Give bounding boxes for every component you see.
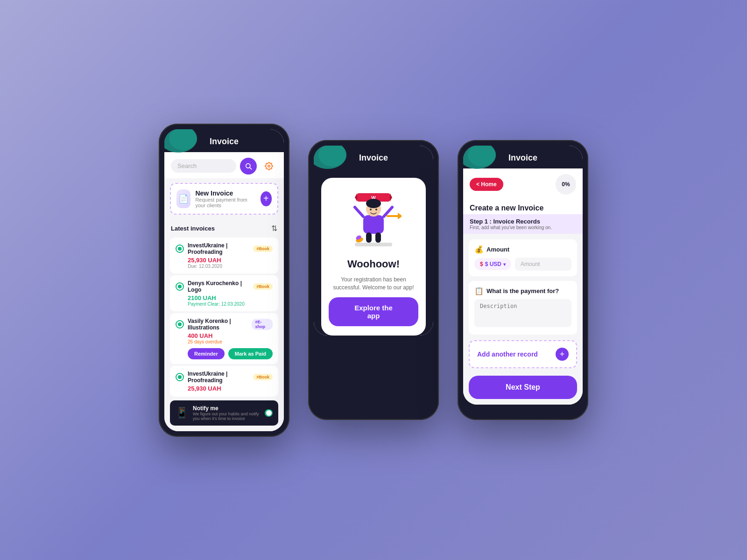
invoice-amount: 400 UAH — [188, 332, 273, 339]
add-record-label: Add another record — [477, 350, 538, 358]
phone-3: Invoice < Home 0% Create a new Invoice S… — [458, 140, 588, 420]
check-circle — [176, 320, 184, 329]
notify-icon: 📱 — [176, 407, 188, 419]
settings-button[interactable] — [261, 158, 277, 175]
currency-select[interactable]: $ $ USD ▾ — [474, 258, 511, 270]
phone3-header: Invoice — [463, 146, 583, 168]
new-invoice-subtitle: Request payment from your clients — [195, 197, 255, 208]
payment-section: 📋 What is the payment for? — [469, 281, 577, 335]
description-input[interactable] — [474, 299, 571, 327]
new-invoice-plus-button[interactable]: + — [261, 191, 272, 206]
invoice-item: Denys Kurochenko | Logo #Book 2100 UAH P… — [170, 275, 278, 311]
search-button[interactable] — [240, 158, 257, 175]
add-plus-icon: + — [556, 348, 569, 361]
svg-point-13 — [375, 209, 377, 210]
invoice-name: InvestUkraine | Proofreading — [188, 242, 253, 255]
invoice-due: Payment Clear: 12.03.2020 — [188, 301, 273, 307]
search-placeholder: Search — [177, 162, 197, 169]
success-card: W — [321, 178, 426, 336]
phone3-title: Invoice — [508, 153, 537, 162]
notify-subtitle: We figure out your habits and notify you… — [193, 412, 260, 421]
svg-marker-4 — [355, 193, 357, 202]
invoice-due: 26 days overdue — [188, 339, 273, 344]
invoice-tag: #Book — [253, 245, 273, 252]
check-circle — [176, 373, 184, 381]
new-invoice-icon: 📄 — [176, 189, 190, 208]
phone1-content: Search 📄 New Invoice — [164, 152, 284, 431]
check-circle — [176, 282, 184, 291]
new-invoice-text: New Invoice Request payment from your cl… — [195, 189, 255, 208]
invoice-tag: #E-shop — [252, 319, 273, 330]
phone2-header: Invoice — [314, 146, 433, 168]
svg-rect-14 — [366, 232, 372, 243]
mark-paid-button[interactable]: Mark as Paid — [228, 348, 273, 359]
invoice-due: Due: 12.03.2020 — [188, 264, 273, 269]
svg-rect-16 — [387, 215, 398, 217]
latest-invoices-header: Latest invoices ⇅ — [164, 219, 284, 236]
phone-1: Invoice Search — [159, 124, 289, 437]
invoice-name: Vasily Korenko | Illustrations — [188, 318, 252, 331]
new-invoice-title: New Invoice — [195, 189, 255, 197]
invoice-amount: 25,930 UAH — [188, 257, 273, 264]
character-illustration: W — [345, 187, 402, 252]
invoice-name: InvestUkraine | Proofreading — [188, 371, 253, 384]
svg-rect-18 — [355, 243, 392, 246]
latest-invoices-label: Latest invoices — [171, 225, 215, 232]
notify-toggle[interactable] — [265, 409, 273, 417]
step-subtitle: First, add what you've been working on. — [470, 225, 576, 230]
svg-marker-5 — [390, 193, 392, 202]
phone3-top-bar: < Home 0% — [463, 168, 583, 199]
invoice-amount: 25,930 UAH — [188, 385, 273, 392]
svg-line-7 — [355, 207, 363, 217]
home-button[interactable]: < Home — [470, 178, 503, 191]
phone2-title: Invoice — [359, 153, 388, 162]
search-bar: Search — [164, 152, 284, 178]
invoice-item: Vasily Korenko | Illustrations #E-shop 4… — [170, 313, 278, 364]
deco-circle-2 — [169, 129, 197, 150]
svg-line-1 — [250, 168, 252, 169]
step-box: Step 1 : Invoice Records First, add what… — [463, 214, 583, 234]
invoice-item: InvestUkraine | Proofreading #Book 25,93… — [170, 238, 278, 273]
svg-point-2 — [268, 165, 270, 167]
reminder-button[interactable]: Reminder — [188, 348, 225, 359]
amount-label: 💰 Amount — [474, 245, 571, 254]
search-input-wrap[interactable]: Search — [171, 159, 236, 173]
check-circle — [176, 245, 184, 253]
notify-bar: 📱 Notify me We figure out your habits an… — [170, 400, 278, 426]
svg-rect-9 — [363, 215, 384, 234]
phone1-header: Invoice — [164, 129, 284, 152]
phone1-title: Invoice — [210, 137, 239, 146]
amount-form-row: $ $ USD ▾ Amount — [474, 258, 571, 271]
invoice-name: Denys Kurochenko | Logo — [188, 280, 253, 293]
sort-icon[interactable]: ⇅ — [271, 224, 277, 233]
invoice-amount: 2100 UAH — [188, 294, 273, 301]
notify-title: Notify me — [193, 405, 260, 412]
step-title: Step 1 : Invoice Records — [470, 218, 576, 225]
invoice-tag: #Book — [253, 374, 273, 380]
payment-label: 📋 What is the payment for? — [474, 287, 571, 295]
svg-point-11 — [366, 199, 381, 208]
new-invoice-card[interactable]: 📄 New Invoice Request payment from your … — [170, 183, 278, 215]
success-subtitle: Your registration has been successful. W… — [329, 276, 418, 292]
progress-circle: 0% — [556, 174, 576, 195]
success-title: Woohoow! — [347, 258, 400, 270]
next-step-button[interactable]: Next Step — [469, 376, 577, 399]
invoice-item: InvestUkraine | Proofreading #Book 25,93… — [170, 366, 278, 397]
add-record-button[interactable]: Add another record + — [469, 340, 577, 368]
svg-marker-17 — [398, 213, 402, 219]
phone3-content: < Home 0% Create a new Invoice Step 1 : … — [463, 168, 583, 405]
invoice-tag: #Book — [253, 283, 273, 290]
amount-section: 💰 Amount $ $ USD ▾ Amount — [469, 239, 577, 276]
explore-app-button[interactable]: Explore the app — [329, 297, 418, 326]
phone2-content: W — [314, 168, 433, 336]
notify-text: Notify me We figure out your habits and … — [193, 405, 260, 421]
amount-input[interactable]: Amount — [515, 258, 571, 271]
progress-label: 0% — [562, 181, 570, 188]
document-icon: 📋 — [474, 287, 484, 295]
create-invoice-title: Create a new Invoice — [463, 199, 583, 214]
svg-rect-15 — [375, 232, 381, 243]
dollar-icon: 💰 — [474, 245, 484, 254]
svg-point-12 — [370, 209, 372, 210]
phone-2: Invoice W — [308, 140, 439, 420]
